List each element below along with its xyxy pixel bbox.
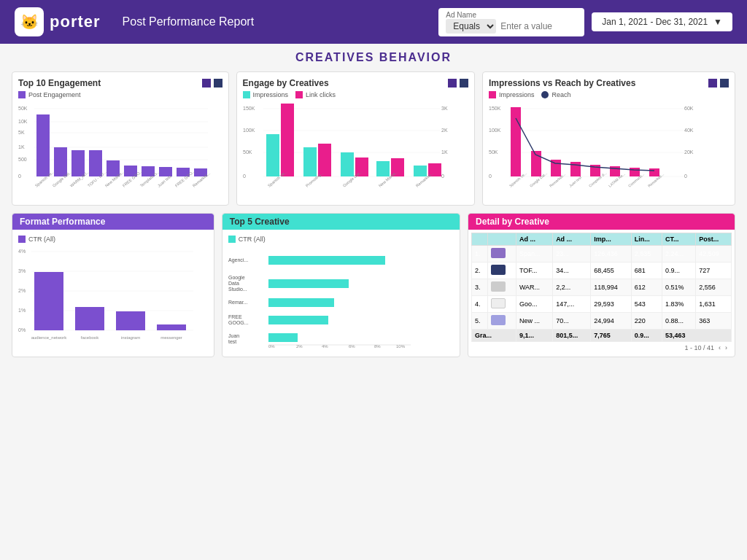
engage-chart: 150K 100K 50K 0 3K 2K 1K 0 (243, 101, 468, 196)
footer-ad2: 9,1... (516, 330, 552, 342)
svg-text:1%: 1% (18, 308, 26, 313)
row-thumb (488, 246, 516, 262)
icon-imp-download[interactable] (720, 79, 729, 88)
row-lin: 543 (631, 296, 662, 313)
svg-text:0: 0 (489, 174, 492, 179)
header-filters: Ad Name Equals Jan 1, 2021 - Dec 31, 202… (438, 8, 732, 36)
svg-text:Juan: Juan (228, 333, 239, 338)
engage-title: Engage by Creatives (243, 78, 329, 88)
pagination-prev[interactable]: ‹ (719, 344, 721, 351)
top10-engagement-card: Top 10 Engagement Post Engagement 50K 10… (12, 71, 229, 206)
svg-rect-115 (268, 279, 349, 288)
svg-rect-99 (116, 311, 145, 330)
svg-rect-44 (266, 134, 279, 176)
svg-text:Juan test: Juan test (568, 175, 583, 188)
svg-text:10K: 10K (18, 119, 28, 124)
ad-name-filter[interactable]: Ad Name Equals (438, 8, 584, 36)
col-ct: CT... (662, 233, 695, 246)
row-thumb (488, 279, 516, 296)
col-num (472, 233, 488, 246)
top5-ctr-label: CTR (All) (239, 236, 266, 243)
row-post: 363 (696, 313, 732, 330)
svg-text:test: test (228, 339, 236, 344)
filter-operator-select[interactable]: Equals (446, 19, 496, 34)
row-ct: 0.51% (662, 279, 695, 296)
row-name: New ... (516, 313, 552, 330)
table-row: 1. Span... 23... 126,436 2,835 2.24... 4… (472, 246, 732, 262)
filter-value-input[interactable] (500, 21, 573, 31)
detail-header: Detail by Creative (468, 214, 735, 230)
row-thumb (488, 262, 516, 279)
svg-text:audience_network: audience_network (31, 335, 68, 340)
bottom-charts-row: Format Performance CTR (All) 4% 3% 2% 1%… (12, 213, 735, 357)
row-post: 727 (696, 262, 732, 279)
svg-text:150K: 150K (489, 106, 501, 111)
row-name: Span... (516, 246, 552, 262)
row-lin: 681 (631, 262, 662, 279)
table-row: 5. New ... 70... 24,994 220 0.88... 363 (472, 313, 732, 330)
report-title: Post Performance Report (123, 15, 255, 28)
row-ad2: 2,2... (553, 279, 591, 296)
date-range-picker[interactable]: Jan 1, 2021 - Dec 31, 2021 ▼ (592, 12, 732, 31)
row-imp: 126,436 (591, 246, 632, 262)
svg-text:0%: 0% (18, 327, 26, 332)
row-ad2: 34... (553, 262, 591, 279)
top10-title: Top 10 Engagement (18, 78, 101, 88)
svg-rect-13 (54, 147, 67, 176)
svg-text:100K: 100K (489, 128, 501, 133)
footer-lin: 0.9... (631, 330, 662, 342)
row-imp: 24,994 (591, 313, 632, 330)
icon-chart-download[interactable] (214, 79, 222, 88)
date-dropdown-icon[interactable]: ▼ (713, 17, 722, 27)
svg-text:Data: Data (228, 281, 239, 286)
page-header: 🐱 porter Post Performance Report Ad Name… (0, 0, 747, 44)
svg-rect-52 (414, 166, 427, 176)
row-num: 1. (472, 246, 488, 262)
date-range-text: Jan 1, 2021 - Dec 31, 2021 (602, 17, 708, 27)
icon-engage-type[interactable] (448, 79, 457, 88)
row-ct: 2.24... (662, 246, 695, 262)
format-header: Format Performance (12, 214, 214, 230)
top-charts-row: Top 10 Engagement Post Engagement 50K 10… (12, 71, 735, 206)
svg-text:50K: 50K (243, 149, 252, 155)
section-title: CREATIVES BEHAVIOR (12, 51, 735, 64)
row-imp: 68,455 (591, 262, 632, 279)
svg-rect-98 (75, 307, 104, 330)
svg-text:FREE: FREE (228, 314, 242, 319)
format-performance-card: Format Performance CTR (All) 4% 3% 2% 1%… (12, 213, 214, 357)
detail-content: Ad ... Ad ... Imp... Lin... CT... Post..… (468, 230, 735, 357)
icon-chart-type[interactable] (202, 79, 211, 88)
detail-creative-card: Detail by Creative Ad ... Ad ... Imp... … (468, 213, 735, 357)
row-ct: 1.83% (662, 296, 695, 313)
table-footer-row: Gra... 9,1... 801,5... 7,765 0.9... 53,4… (472, 330, 732, 342)
svg-text:GOOG...: GOOG... (228, 320, 249, 325)
table-pagination: 1 - 10 / 41 ‹ › (471, 342, 732, 354)
svg-rect-117 (268, 316, 328, 324)
format-ctr-label: CTR (All) (28, 236, 55, 243)
row-name: Goo... (516, 296, 552, 313)
table-row: 3. WAR... 2,2... 118,994 612 0.51% 2,556 (472, 279, 732, 296)
svg-rect-12 (36, 114, 50, 176)
top5-content: CTR (All) Agenci... Google Data Studio..… (222, 230, 460, 357)
icon-imp-type[interactable] (708, 79, 717, 88)
format-legend: CTR (All) (18, 236, 208, 243)
impressions-reach-card: Impressions vs Reach by Creatives Impres… (482, 71, 735, 206)
row-post: 42,509 (696, 246, 732, 262)
link-legend: Link clicks (306, 91, 336, 98)
pagination-next[interactable]: › (725, 344, 727, 351)
svg-rect-50 (376, 161, 390, 176)
imp-reach-chart: 150K 100K 50K 0 60K 40K 20K 0 (489, 101, 729, 196)
row-name: WAR... (516, 279, 552, 296)
icon-engage-download[interactable] (460, 79, 468, 88)
row-lin: 612 (631, 279, 662, 296)
filter-label: Ad Name (446, 11, 577, 19)
row-imp: 118,994 (591, 279, 632, 296)
row-thumb (488, 313, 516, 330)
logo-icon: 🐱 (15, 7, 44, 36)
col-adname: Ad ... (516, 233, 552, 246)
svg-text:0: 0 (18, 174, 21, 179)
imp-reach-title: Impressions vs Reach by Creatives (489, 78, 635, 88)
svg-text:facebook: facebook (81, 335, 99, 340)
svg-text:1K: 1K (18, 144, 25, 149)
row-post: 1,631 (696, 296, 732, 313)
